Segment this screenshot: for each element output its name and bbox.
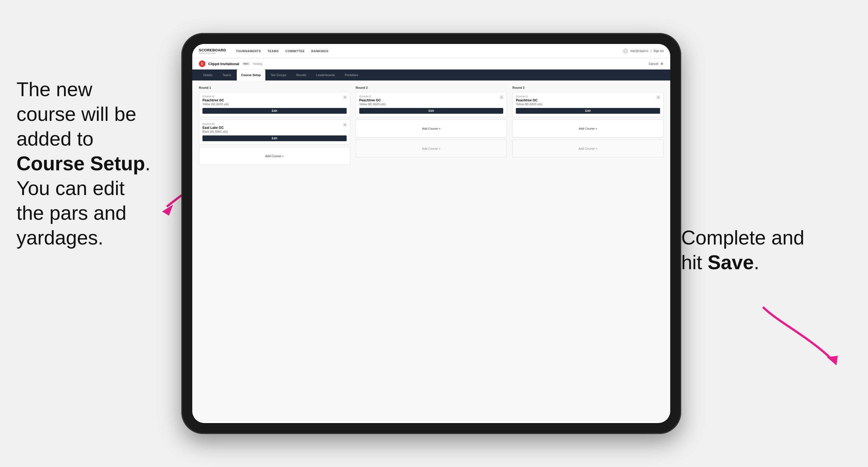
round-2-add-course-disabled: Add Course +	[356, 139, 507, 157]
tournament-name: Clippd Invitational	[208, 62, 239, 66]
tab-course-setup[interactable]: Course Setup	[237, 69, 265, 81]
round-3-course-a-name: Peachtree GC	[516, 98, 660, 102]
round-2-course-a-name: Peachtree GC	[359, 98, 503, 102]
round-3-course-a-label: (Course A)	[516, 95, 660, 98]
tournament-header: C Clippd Invitational Men Hosting Cancel…	[192, 58, 670, 69]
annotation-left: The new course will be added to Course S…	[17, 77, 176, 250]
course-b-label: (Course B)	[203, 123, 347, 125]
round-3-add-course-button[interactable]: Add Course +	[512, 120, 663, 137]
annotation-right: Complete and hit Save.	[681, 225, 824, 275]
round-3-course-a-details: Yellow (M) (6629 yds)	[516, 103, 660, 106]
round-1-course-a-card: ⊠ (Course A) Peachtree GC Yellow (M) (66…	[199, 92, 350, 117]
round-1-course-b-card: ⊠ (Course B) East Lake GC Black (M) (689…	[199, 120, 350, 145]
course-a-name: Peachtree GC	[203, 98, 347, 102]
course-b-details: Black (M) (6891 yds)	[203, 130, 347, 133]
round-3-add-course-label: Add Course +	[579, 127, 597, 130]
hosting-badge: Hosting	[253, 62, 262, 65]
round-2-course-a-edit-button[interactable]: Edit	[359, 108, 503, 114]
rounds-grid: Round 1 ⊠ (Course A) Peachtree GC Yellow…	[199, 86, 663, 167]
tab-details[interactable]: Details	[199, 69, 217, 81]
user-email: blair@clippd.io	[630, 50, 649, 53]
tab-tee-groups[interactable]: Tee Groups	[267, 69, 291, 81]
top-nav: SCOREBOARD Powered by clippd TOURNAMENTS…	[192, 44, 670, 58]
round-2-course-a-label: (Course A)	[359, 95, 503, 98]
round-1-column: Round 1 ⊠ (Course A) Peachtree GC Yellow…	[199, 86, 350, 167]
main-content: Round 1 ⊠ (Course A) Peachtree GC Yellow…	[192, 81, 670, 421]
tab-teams[interactable]: Teams	[218, 69, 236, 81]
round-2-add-course-button[interactable]: Add Course +	[356, 120, 507, 137]
tab-printables[interactable]: Printables	[340, 69, 363, 81]
tournament-info: C Clippd Invitational Men Hosting	[199, 60, 262, 67]
round-1-course-a-edit-button[interactable]: Edit	[203, 108, 347, 114]
round-1-add-course-button[interactable]: Add Course +	[199, 147, 350, 165]
user-avatar	[623, 48, 628, 54]
svg-marker-1	[827, 356, 838, 365]
nav-right: blair@clippd.io | Sign out	[623, 48, 663, 54]
course-b-name: East Lake GC	[203, 126, 347, 130]
round-3-column: Round 3 ⊠ (Course A) Peachtree GC Yellow…	[512, 86, 663, 167]
round-3-course-a-edit-button[interactable]: Edit	[516, 108, 660, 114]
nav-item-rankings[interactable]: RANKINGS	[311, 48, 329, 54]
round-2-column: Round 2 ⊠ (Course A) Peachtree GC Yellow…	[356, 86, 507, 167]
round-1-add-course-label: Add Course +	[265, 154, 284, 158]
sign-out-link[interactable]: Sign out	[653, 50, 663, 53]
tab-bar: Details Teams Course Setup Tee Groups Re…	[192, 69, 670, 81]
logo-sub: Powered by clippd	[199, 52, 226, 54]
nav-item-committee[interactable]: COMMITTEE	[285, 48, 305, 54]
round-2-course-a-details: Yellow (M) (6629 yds)	[359, 103, 503, 106]
round-2-card-delete-icon[interactable]: ⊠	[499, 95, 504, 99]
round-2-course-a-card: ⊠ (Course A) Peachtree GC Yellow (M) (66…	[356, 92, 507, 117]
round-3-card-delete-icon[interactable]: ⊠	[656, 95, 661, 99]
cancel-button[interactable]: Cancel ✕	[649, 62, 663, 66]
tab-leaderboards[interactable]: Leaderboards	[312, 69, 339, 81]
round-2-add-course-label: Add Course +	[422, 127, 441, 130]
cancel-x-icon: ✕	[660, 62, 663, 66]
card-delete-icon-b[interactable]: ⊠	[343, 123, 347, 127]
round-1-label: Round 1	[199, 86, 350, 89]
round-3-add-course-disabled-label: Add Course +	[579, 147, 597, 150]
arrow-right	[755, 300, 843, 371]
nav-item-teams[interactable]: TEAMS	[268, 48, 279, 54]
tablet-shell: SCOREBOARD Powered by clippd TOURNAMENTS…	[181, 33, 681, 434]
round-2-add-course-disabled-label: Add Course +	[422, 147, 441, 150]
nav-separator: |	[651, 50, 652, 53]
tournament-logo: C	[199, 60, 206, 67]
tablet-screen: SCOREBOARD Powered by clippd TOURNAMENTS…	[192, 44, 670, 423]
round-1-course-b-edit-button[interactable]: Edit	[203, 135, 347, 141]
logo-main: SCOREBOARD	[199, 48, 226, 52]
course-a-label: (Course A)	[203, 95, 347, 98]
nav-items: TOURNAMENTS TEAMS COMMITTEE RANKINGS	[236, 48, 615, 54]
round-3-add-course-disabled: Add Course +	[512, 139, 663, 157]
round-3-course-a-card: ⊠ (Course A) Peachtree GC Yellow (M) (66…	[512, 92, 663, 117]
nav-item-tournaments[interactable]: TOURNAMENTS	[236, 48, 261, 54]
scoreboard-logo: SCOREBOARD Powered by clippd	[199, 48, 226, 54]
round-3-label: Round 3	[512, 86, 663, 89]
tournament-gender-badge: Men	[242, 62, 250, 65]
course-a-details: Yellow (M) (6629 yds)	[203, 103, 347, 106]
card-delete-icon[interactable]: ⊠	[343, 95, 347, 99]
tab-results[interactable]: Results	[292, 69, 311, 81]
round-2-label: Round 2	[356, 86, 507, 89]
